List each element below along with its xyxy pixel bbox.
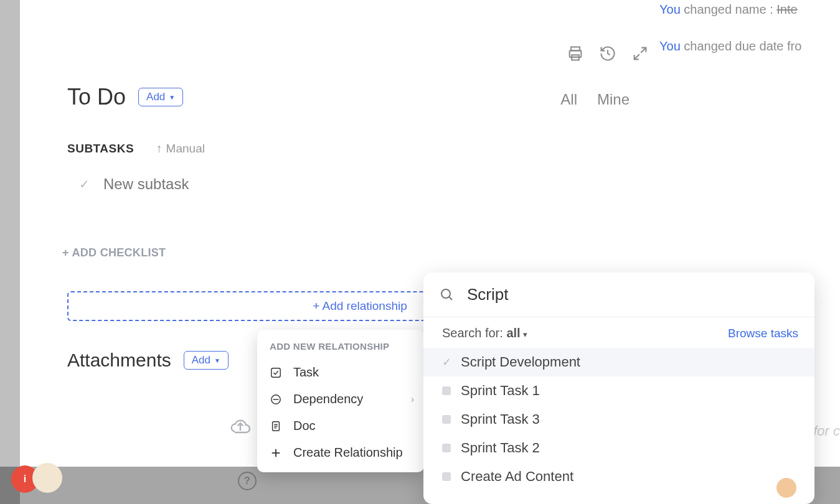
doc-icon [270, 420, 282, 432]
help-button[interactable]: ? [238, 472, 257, 490]
task-check-icon [270, 366, 282, 379]
expand-icon[interactable] [631, 45, 649, 62]
svg-line-3 [641, 48, 646, 53]
plus-icon [270, 447, 282, 459]
activity-tabs: All Mine [560, 91, 630, 108]
browse-tasks-link[interactable]: Browse tasks [728, 327, 798, 340]
caret-down-icon: ▼ [214, 357, 220, 364]
ctx-label: Doc [293, 419, 316, 433]
status-square-icon [442, 472, 451, 481]
chevron-right-icon: › [411, 394, 414, 405]
activity-entry: You changed due date fro [659, 39, 840, 54]
search-row [423, 273, 814, 317]
ctx-item-create[interactable]: Create Relationship [257, 439, 424, 466]
search-result-item[interactable]: Create Ad Content [423, 462, 814, 491]
check-icon: ✓ [79, 177, 90, 192]
add-status-button[interactable]: Add ▼ [138, 88, 183, 106]
activity-entry: You changed name : Inte [659, 2, 840, 17]
result-label: Sprint Task 2 [461, 440, 540, 456]
subtasks-header: SUBTASKS ↑ Manual [67, 142, 205, 156]
ctx-item-task[interactable]: Task [257, 359, 424, 386]
result-label: Sprint Task 3 [461, 411, 540, 427]
task-search-panel: Search for: all▾ Browse tasks ✓ Script D… [423, 273, 814, 504]
svg-rect-5 [271, 368, 280, 376]
status-square-icon [442, 415, 451, 424]
search-result-item[interactable]: Sprint Task 3 [423, 405, 814, 434]
search-scope[interactable]: Search for: all▾ [442, 326, 527, 340]
avatar[interactable] [776, 478, 796, 498]
search-input[interactable] [467, 285, 798, 304]
todo-header: To Do Add ▼ [67, 84, 183, 110]
ctx-label: Task [293, 365, 319, 380]
svg-line-4 [635, 54, 639, 59]
search-result-item[interactable]: Sprint Task 1 [423, 376, 814, 405]
add-attach-label: Add [192, 354, 210, 366]
search-results: ✓ Script Development Sprint Task 1 Sprin… [423, 344, 814, 504]
status-title: To Do [67, 84, 126, 110]
search-filter-row: Search for: all▾ Browse tasks [423, 317, 814, 344]
status-square-icon [442, 386, 451, 395]
result-label: Create Ad Content [461, 469, 573, 485]
sort-button[interactable]: ↑ Manual [156, 142, 205, 156]
status-square-icon [442, 444, 451, 452]
cloud-upload-icon [229, 418, 252, 436]
result-label: Sprint Task 1 [461, 383, 540, 399]
history-icon[interactable] [599, 45, 616, 62]
ctx-item-doc[interactable]: Doc [257, 413, 424, 439]
new-subtask-row: ✓ [79, 175, 352, 193]
blocked-icon [270, 393, 282, 406]
attachments-title: Attachments [67, 350, 171, 371]
backdrop [0, 0, 20, 504]
new-subtask-input[interactable] [103, 175, 352, 193]
ctx-item-dependency[interactable]: Dependency › [257, 386, 424, 413]
ctx-header: ADD NEW RELATIONSHIP [257, 341, 424, 359]
print-icon[interactable] [567, 45, 584, 62]
relationship-context-menu: ADD NEW RELATIONSHIP Task Dependency › D… [257, 330, 424, 472]
tab-all[interactable]: All [560, 91, 577, 108]
modal-toolbar [567, 45, 649, 62]
tab-mine[interactable]: Mine [597, 91, 630, 108]
activity-feed: You changed name : Inte You changed due … [659, 0, 840, 124]
add-relationship-label: + Add relationship [313, 299, 407, 313]
check-icon: ✓ [442, 355, 451, 369]
svg-line-15 [449, 297, 452, 300]
search-icon [440, 287, 455, 302]
arrow-up-icon: ↑ [156, 142, 163, 156]
add-attachment-button[interactable]: Add ▼ [184, 351, 229, 370]
truncated-text: for c [813, 423, 840, 439]
activity-user: You [659, 39, 681, 53]
caret-down-icon: ▼ [169, 94, 175, 101]
add-label: Add [146, 91, 165, 103]
activity-user: You [659, 2, 681, 16]
sort-label: Manual [166, 142, 205, 156]
ctx-label: Dependency [293, 392, 363, 406]
attachments-header: Attachments Add ▼ [67, 350, 229, 371]
ctx-label: Create Relationship [293, 446, 403, 460]
search-result-item[interactable]: Sprint Task 2 [423, 434, 814, 462]
add-checklist-button[interactable]: + ADD CHECKLIST [62, 246, 166, 259]
chevron-down-icon: ▾ [523, 330, 527, 339]
svg-point-14 [441, 289, 450, 298]
avatar[interactable] [32, 463, 62, 493]
subtasks-label: SUBTASKS [67, 142, 134, 156]
result-label: Script Development [461, 354, 580, 370]
search-result-item[interactable]: ✓ Script Development [423, 348, 814, 376]
